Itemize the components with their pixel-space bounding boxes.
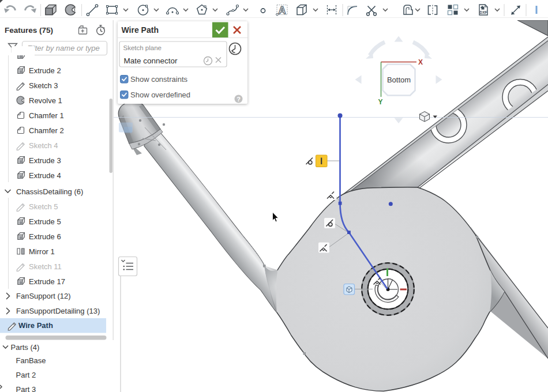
svg-text:Chamfer 2: Chamfer 2 — [29, 126, 64, 135]
svg-text:Bottom: Bottom — [387, 76, 411, 84]
svg-text:Revolve 1: Revolve 1 — [29, 96, 62, 105]
svg-text:Mate connector: Mate connector — [124, 56, 178, 65]
svg-text:Extrude 5: Extrude 5 — [29, 217, 61, 226]
svg-text:Extrude 3: Extrude 3 — [29, 156, 61, 165]
svg-text:Part 3: Part 3 — [16, 385, 36, 392]
svg-text:Sketch 11: Sketch 11 — [29, 262, 62, 271]
svg-text:?: ? — [237, 96, 241, 103]
svg-text:Sketch 5: Sketch 5 — [29, 202, 58, 211]
svg-text:Chamfer 1: Chamfer 1 — [29, 111, 64, 120]
svg-text:Sketch 4: Sketch 4 — [29, 141, 58, 150]
svg-text:Y: Y — [378, 98, 383, 106]
svg-text:X: X — [418, 58, 423, 66]
svg-text:Features (75): Features (75) — [5, 26, 53, 35]
svg-text:Show constraints: Show constraints — [130, 75, 187, 84]
svg-text:Part 2: Part 2 — [16, 371, 36, 379]
svg-text:Extrude 4: Extrude 4 — [29, 171, 61, 180]
svg-text:Wire Path: Wire Path — [122, 25, 159, 35]
svg-text:Parts (4): Parts (4) — [11, 343, 40, 352]
svg-text:DXF: DXF — [480, 10, 487, 14]
svg-text:FanSupport (12): FanSupport (12) — [16, 292, 71, 300]
svg-text:Sketch plane: Sketch plane — [123, 44, 162, 51]
svg-text:Extrude 17: Extrude 17 — [29, 277, 65, 286]
svg-text:Mirror 1: Mirror 1 — [29, 247, 55, 256]
svg-text:ChassisDetailing (6): ChassisDetailing (6) — [16, 187, 83, 196]
svg-text:FanSupportDetailing (13): FanSupportDetailing (13) — [16, 307, 100, 315]
svg-text:A: A — [279, 5, 286, 16]
svg-text:Show overdefined: Show overdefined — [130, 91, 190, 99]
svg-text:Sketch 3: Sketch 3 — [29, 81, 58, 90]
svg-text:Extrude 2: Extrude 2 — [29, 66, 61, 75]
svg-text:FanBase: FanBase — [16, 356, 46, 365]
svg-text:Extrude 6: Extrude 6 — [29, 232, 61, 241]
svg-text:Wire Path: Wire Path — [18, 321, 53, 330]
svg-text:Filter by name or type: Filter by name or type — [27, 44, 100, 52]
